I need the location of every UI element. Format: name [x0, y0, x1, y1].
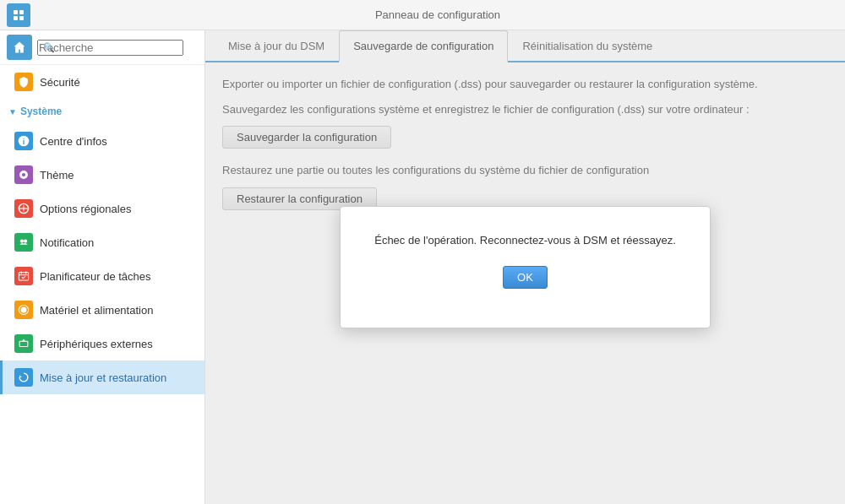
svg-text:i: i [23, 138, 25, 146]
svg-rect-0 [14, 10, 18, 14]
svg-rect-1 [19, 10, 24, 14]
dialog-ok-button[interactable]: OK [503, 266, 548, 289]
app-icon [7, 3, 30, 27]
planner-icon [14, 267, 33, 285]
svg-point-7 [22, 173, 25, 176]
sidebar-item-peripheriques[interactable]: Périphériques externes [0, 327, 204, 360]
hardware-icon [14, 301, 33, 319]
dialog-message: Échec de l'opération. Reconnectez-vous à… [374, 232, 676, 249]
system-section[interactable]: ▼ Système [0, 99, 204, 124]
update-label: Mise à jour et restauration [40, 371, 166, 384]
sidebar-item-theme[interactable]: Thème [0, 158, 204, 192]
materiel-label: Matériel et alimentation [40, 304, 153, 317]
notification-label: Notification [40, 236, 94, 249]
sidebar-item-planificateur[interactable]: Planificateur de tâches [0, 259, 204, 293]
svg-point-16 [21, 307, 27, 313]
svg-marker-19 [19, 375, 22, 377]
theme-label: Thème [40, 169, 74, 182]
nav-items: Sécurité ▼ Système i Centre d'infos Thèm… [0, 65, 204, 504]
security-icon [14, 73, 33, 91]
sidebar-item-materiel[interactable]: Matériel et alimentation [0, 293, 204, 327]
notification-icon [14, 233, 33, 252]
sidebar-item-notification[interactable]: Notification [0, 225, 204, 259]
svg-rect-12 [19, 273, 28, 280]
chevron-icon: ▼ [8, 107, 17, 117]
planificateur-label: Planificateur de tâches [40, 270, 151, 283]
options-regionales-label: Options régionales [40, 203, 131, 215]
regional-icon [14, 199, 33, 218]
svg-point-10 [20, 240, 24, 243]
centre-infos-label: Centre d'infos [40, 135, 107, 148]
sidebar-item-security[interactable]: Sécurité [0, 65, 204, 99]
window-title: Panneau de configuration [37, 8, 838, 21]
peripherals-icon [14, 334, 33, 353]
svg-rect-2 [14, 16, 18, 20]
dialog-buttons: OK [374, 266, 676, 302]
dialog-overlay: Échec de l'opération. Reconnectez-vous à… [205, 30, 845, 504]
sidebar-item-centre-infos[interactable]: i Centre d'infos [0, 124, 204, 158]
svg-point-11 [24, 240, 27, 243]
main-panel: Mise à jour du DSM Sauvegarde de configu… [205, 30, 845, 504]
search-icon: 🔍 [43, 42, 55, 53]
svg-rect-18 [19, 341, 28, 346]
sidebar: 🔍 Sécurité ▼ Système i C [0, 30, 205, 504]
theme-icon [14, 165, 33, 184]
sidebar-item-options-regionales[interactable]: Options régionales [0, 192, 204, 225]
error-dialog: Échec de l'opération. Reconnectez-vous à… [340, 206, 711, 328]
search-input[interactable] [37, 40, 183, 56]
svg-rect-3 [19, 16, 24, 20]
home-button[interactable] [7, 35, 32, 60]
update-icon [14, 368, 33, 387]
system-label: Système [20, 106, 62, 117]
top-bar: Panneau de configuration [0, 0, 845, 30]
sidebar-item-update[interactable]: Mise à jour et restauration [0, 360, 204, 394]
peripheriques-label: Périphériques externes [40, 338, 153, 350]
security-label: Sécurité [40, 76, 80, 89]
info-icon: i [14, 132, 33, 150]
